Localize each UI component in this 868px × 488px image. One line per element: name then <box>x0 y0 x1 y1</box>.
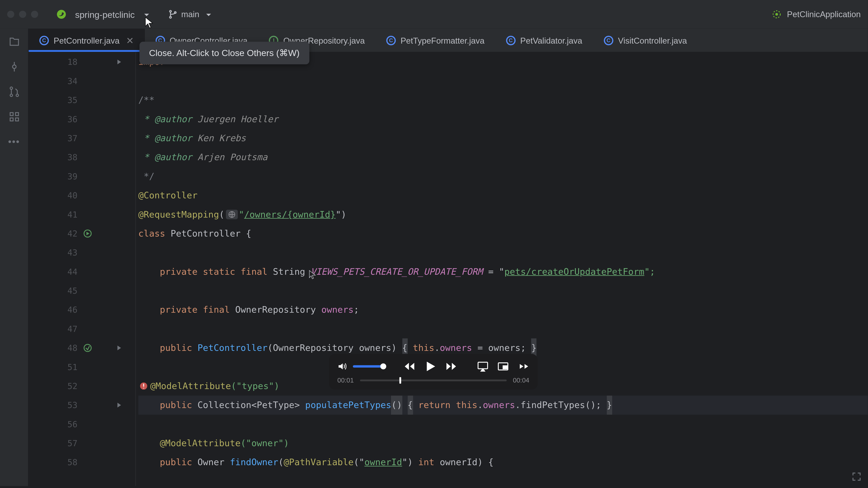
svg-point-5 <box>12 65 16 68</box>
line-number: 39 <box>48 167 78 186</box>
tab-label: VisitController.java <box>618 35 687 45</box>
svg-point-0 <box>169 10 171 12</box>
close-window-button[interactable] <box>7 11 14 18</box>
fold-icon[interactable] <box>113 402 126 408</box>
run-config-selector[interactable]: PetClinicApplication <box>772 9 861 20</box>
fold-icon[interactable] <box>113 345 126 351</box>
structure-tool-icon[interactable] <box>8 111 20 123</box>
code-editor[interactable]: 18 34 35 36 37 38 39 40 41 42 43 44 45 4… <box>29 53 868 486</box>
branch-name: main <box>181 9 199 19</box>
more-options-button[interactable] <box>518 360 529 372</box>
line-number: 18 <box>48 53 78 71</box>
video-player-controls: 00:01 00:04 <box>329 354 538 390</box>
line-number: 41 <box>48 205 78 224</box>
close-tab-icon[interactable] <box>125 36 134 44</box>
url-inlay-icon[interactable] <box>225 210 238 219</box>
commit-tool-icon[interactable] <box>8 61 20 73</box>
forward-button[interactable] <box>445 360 457 372</box>
video-total-time: 00:04 <box>513 377 529 384</box>
minimize-window-button[interactable] <box>19 11 26 18</box>
line-number: 56 <box>48 415 78 433</box>
svg-rect-9 <box>10 112 13 116</box>
titlebar: spring-petclinic main PetClinicApplicati… <box>0 0 868 29</box>
video-current-time: 00:01 <box>338 377 354 384</box>
tab-label: PetTypeFormatter.java <box>401 35 485 45</box>
line-number: 35 <box>48 91 78 109</box>
tab-label: PetController.java <box>54 35 119 45</box>
volume-icon[interactable] <box>338 362 347 371</box>
svg-point-4 <box>776 13 778 15</box>
line-number: 38 <box>48 148 78 167</box>
chevron-down-icon <box>205 11 213 18</box>
close-tab-tooltip: Close. Alt-Click to Close Others (⌘W) <box>140 42 309 64</box>
line-number: 47 <box>48 319 78 338</box>
maximize-window-button[interactable] <box>31 11 38 18</box>
rewind-button[interactable] <box>403 360 415 372</box>
svg-rect-12 <box>15 118 18 121</box>
run-class-icon[interactable] <box>84 229 92 238</box>
line-number: 57 <box>48 434 78 453</box>
svg-rect-11 <box>10 118 13 121</box>
svg-rect-17 <box>478 362 488 369</box>
class-icon: C <box>39 35 49 45</box>
pip-button[interactable] <box>497 360 509 372</box>
line-number: 37 <box>48 129 78 148</box>
tab-petcontroller[interactable]: C PetController.java <box>29 29 145 52</box>
svg-point-7 <box>10 94 12 97</box>
line-number: 53 <box>48 396 78 415</box>
svg-rect-19 <box>503 366 507 369</box>
code-area[interactable]: impor /** * @author Juergen Hoeller * @a… <box>136 53 868 486</box>
svg-point-1 <box>169 17 171 18</box>
line-number: 45 <box>48 281 78 300</box>
line-number: 52 <box>48 377 78 396</box>
gutter: 18 34 35 36 37 38 39 40 41 42 43 44 45 4… <box>29 53 136 486</box>
video-progress-slider[interactable] <box>360 379 507 381</box>
project-tool-icon[interactable] <box>8 36 20 48</box>
play-button[interactable] <box>424 360 437 373</box>
tab-label: PetValidator.java <box>520 35 582 45</box>
more-tools-icon[interactable]: ••• <box>8 136 20 148</box>
tab-petvalidator[interactable]: C PetValidator.java <box>495 29 593 52</box>
project-name[interactable]: spring-petclinic <box>75 9 135 20</box>
line-number: 48 <box>48 338 78 357</box>
intention-bulb-icon[interactable] <box>140 382 148 390</box>
svg-rect-10 <box>15 112 18 116</box>
tab-visitcontroller[interactable]: C VisitController.java <box>593 29 698 52</box>
line-number: 36 <box>48 109 78 129</box>
svg-point-8 <box>16 94 18 97</box>
class-icon: C <box>506 35 515 45</box>
pull-requests-icon[interactable] <box>8 86 20 98</box>
line-number: 46 <box>48 300 78 319</box>
window-controls <box>7 11 38 18</box>
volume-slider[interactable] <box>353 365 384 367</box>
expand-fullscreen-icon[interactable] <box>851 469 862 480</box>
fold-icon[interactable] <box>113 59 126 65</box>
git-branch-icon <box>168 9 178 19</box>
spring-run-icon <box>772 9 782 20</box>
line-number: 34 <box>48 71 78 90</box>
nav-icon[interactable] <box>84 344 92 352</box>
tool-sidebar: ••• <box>0 29 29 486</box>
line-number: 44 <box>48 262 78 281</box>
line-number: 42 <box>48 224 78 243</box>
line-number: 51 <box>48 357 78 377</box>
class-icon: C <box>604 35 613 45</box>
line-number: 40 <box>48 186 78 205</box>
line-number: 43 <box>48 243 78 262</box>
airplay-button[interactable] <box>477 360 489 372</box>
tab-pettypeformatter[interactable]: C PetTypeFormatter.java <box>375 29 495 52</box>
line-number: 58 <box>48 453 78 472</box>
svg-point-6 <box>10 87 12 90</box>
chevron-down-icon[interactable] <box>143 11 150 18</box>
svg-point-14 <box>84 344 91 352</box>
class-icon: C <box>386 35 396 45</box>
spring-icon <box>56 9 67 20</box>
branch-selector[interactable]: main <box>168 9 213 19</box>
run-config-name: PetClinicApplication <box>787 9 861 19</box>
